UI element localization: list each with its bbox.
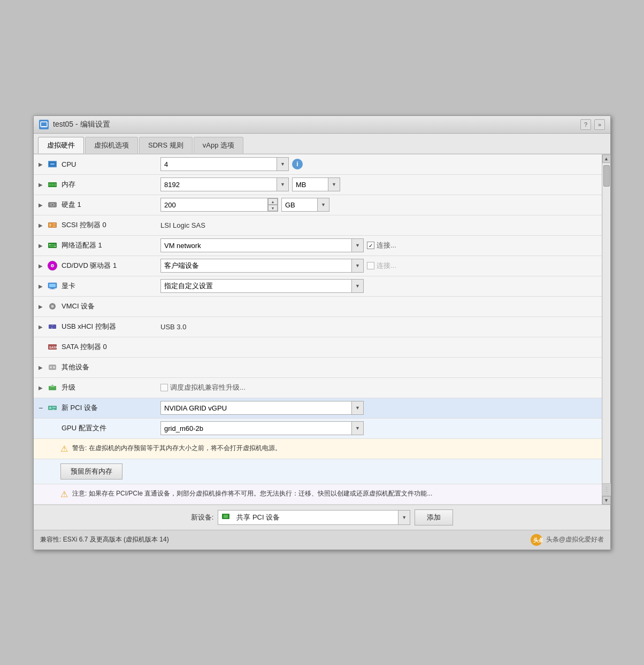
tab-sdrs-rules[interactable]: SDRS 规则 — [139, 137, 193, 153]
vmci-icon — [47, 301, 58, 311]
cddvd-input[interactable]: 客户端设备 — [161, 260, 351, 272]
net-value-area: VM network ▼ ✓ 连接... — [160, 238, 599, 252]
svg-point-22 — [49, 244, 50, 245]
gpu-config-label: GPU 配置文件 — [62, 423, 160, 433]
watermark-text: 头条@虚拟化爱好者 — [546, 535, 604, 544]
usb-value-area: USB 3.0 — [160, 323, 599, 331]
upgrade-checkbox[interactable] — [160, 384, 168, 391]
compat-text: 兼容性: ESXi 6.7 及更高版本 (虚拟机版本 14) — [40, 535, 169, 544]
memory-row: ▶ 内存 8192 ▼ MB ▼ — [34, 175, 602, 195]
net-dropdown[interactable]: VM network ▼ — [160, 238, 364, 252]
scsi-value: LSI Logic SAS — [160, 221, 205, 229]
memory-dropdown-btn[interactable]: ▼ — [277, 178, 288, 191]
new-device-arrow[interactable]: ▼ — [398, 511, 410, 524]
tab-bar: 虚拟硬件 虚拟机选项 SDRS 规则 vApp 选项 — [34, 134, 610, 154]
svg-point-23 — [55, 246, 56, 247]
scroll-track[interactable] — [603, 163, 610, 483]
gpu-config-dropdown[interactable]: grid_m60-2b ▼ — [160, 421, 364, 435]
vmci-expand[interactable]: ▶ — [37, 303, 44, 310]
add-button[interactable]: 添加 — [415, 509, 453, 525]
tab-vapp-options[interactable]: vApp 选项 — [194, 137, 243, 153]
new-pci-value-area: NVIDIA GRID vGPU ▼ — [160, 401, 599, 415]
scroll-up[interactable]: ▲ — [602, 154, 611, 163]
cpu-dropdown[interactable]: 4 ▼ — [160, 157, 289, 171]
net-input[interactable]: VM network — [161, 241, 351, 251]
net-connect-label: 连接... — [377, 241, 396, 250]
scroll-down[interactable]: ▼ — [602, 496, 611, 505]
new-device-dropdown[interactable]: 共享 PCI 设备 ▼ — [218, 510, 410, 525]
svg-rect-30 — [50, 289, 55, 289]
usb-value: USB 3.0 — [160, 323, 186, 331]
display-input[interactable]: 指定自定义设置 — [161, 280, 351, 292]
upgrade-label: 升级 — [62, 383, 160, 392]
upgrade-row: ▶ 升级 调度虚拟机兼容性升级... — [34, 378, 602, 398]
memory-unit-dropdown[interactable]: MB ▼ — [292, 177, 340, 191]
display-expand[interactable]: ▶ — [37, 282, 44, 290]
title-bar-left: test05 - 编辑设置 — [39, 120, 110, 129]
memory-dropdown[interactable]: 8192 ▼ — [160, 177, 289, 191]
new-pci-input[interactable]: NVIDIA GRID vGPU — [161, 403, 351, 413]
cpu-input[interactable]: 4 — [161, 159, 277, 169]
display-dropdown[interactable]: 指定自定义设置 ▼ — [160, 279, 364, 293]
new-device-icon — [218, 513, 233, 522]
cddvd-expand[interactable]: ▶ — [37, 262, 44, 269]
gpu-config-dropdown-btn[interactable]: ▼ — [351, 422, 363, 435]
cddvd-dropdown-btn[interactable]: ▼ — [351, 259, 363, 272]
other-expand[interactable]: ▶ — [37, 364, 44, 371]
cpu-info-icon[interactable]: i — [292, 159, 303, 169]
upgrade-value-area: 调度虚拟机兼容性升级... — [160, 383, 599, 392]
new-pci-expand[interactable]: − — [37, 404, 44, 412]
net-dropdown-btn[interactable]: ▼ — [351, 239, 363, 252]
gpu-config-input[interactable]: grid_m60-2b — [161, 423, 351, 434]
tab-vm-options[interactable]: 虚拟机选项 — [85, 137, 138, 153]
memory-input[interactable]: 8192 — [161, 180, 277, 190]
main-content: ▶ CPU 4 ▼ i ▶ 内存 — [34, 154, 610, 505]
disk-unit-dropdown[interactable]: GB ▼ — [281, 198, 329, 212]
usb-row: ▶ USB xHCI 控制器 USB 3.0 — [34, 317, 602, 337]
memory-unit[interactable]: MB — [293, 180, 328, 190]
new-pci-dropdown-btn[interactable]: ▼ — [351, 401, 363, 414]
tab-virtual-hardware[interactable]: 虚拟硬件 — [38, 137, 84, 153]
cpu-dropdown-btn[interactable]: ▼ — [277, 158, 288, 171]
memory-unit-btn[interactable]: ▼ — [328, 178, 340, 191]
svg-rect-35 — [51, 327, 52, 329]
cddvd-connect-label: 连接... — [377, 261, 396, 270]
scsi-expand[interactable]: ▶ — [37, 221, 44, 229]
scrollbar[interactable]: ▲ ⋮ ▼ — [602, 154, 610, 505]
cddvd-dropdown[interactable]: 客户端设备 ▼ — [160, 259, 364, 273]
net-label: 网络适配器 1 — [62, 241, 160, 250]
cpu-expand[interactable]: ▶ — [37, 160, 44, 168]
net-connect-checkbox[interactable]: ✓ — [367, 242, 374, 249]
display-dropdown-btn[interactable]: ▼ — [351, 280, 363, 292]
disk-unit[interactable]: GB — [282, 200, 317, 210]
scroll-thumb[interactable] — [603, 165, 610, 187]
reserve-btn[interactable]: 预留所有内存 — [60, 463, 122, 480]
disk-spin-up[interactable]: ▲ — [268, 198, 278, 205]
svg-rect-7 — [49, 183, 50, 186]
resize-handle[interactable]: ⋮ — [602, 483, 611, 496]
disk-expand[interactable]: ▶ — [37, 201, 44, 208]
net-expand[interactable]: ▶ — [37, 242, 44, 249]
cddvd-connect-checkbox[interactable] — [367, 262, 374, 269]
cddvd-label: CD/DVD 驱动器 1 — [62, 261, 160, 270]
upgrade-expand[interactable]: ▶ — [37, 384, 44, 391]
disk-unit-btn[interactable]: ▼ — [317, 198, 329, 211]
sata-row: ▶ SATA SATA 控制器 0 — [34, 337, 602, 358]
svg-rect-2 — [41, 127, 47, 127]
disk-spin-down[interactable]: ▼ — [268, 205, 278, 211]
svg-rect-10 — [53, 183, 55, 186]
notice-row: ⚠ 注意: 如果存在 PCI/PCIe 直通设备，则部分虚拟机操作将不可用。您无… — [34, 484, 602, 505]
svg-rect-5 — [50, 163, 55, 165]
hardware-list: ▶ CPU 4 ▼ i ▶ 内存 — [34, 154, 602, 505]
disk-input[interactable]: 200 — [161, 200, 267, 210]
disk-dropdown[interactable]: 200 ▲ ▼ — [160, 198, 278, 212]
new-pci-dropdown[interactable]: NVIDIA GRID vGPU ▼ — [160, 401, 364, 415]
usb-expand[interactable]: ▶ — [37, 323, 44, 330]
disk-label: 硬盘 1 — [62, 200, 160, 210]
help-button[interactable]: ? — [580, 119, 591, 130]
svg-point-39 — [50, 366, 52, 368]
memory-expand[interactable]: ▶ — [37, 181, 44, 188]
scsi-row: ▶ SCSI 控制器 0 LSI Logic SAS — [34, 215, 602, 236]
bottom-bar: 新设备: 共享 PCI 设备 ▼ 添加 — [34, 505, 610, 530]
expand-button[interactable]: » — [594, 119, 605, 130]
